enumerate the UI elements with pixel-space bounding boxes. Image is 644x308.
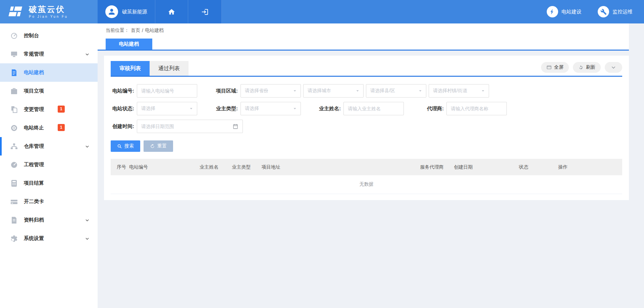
city-select[interactable]: 请选择城市 <box>303 84 364 98</box>
caret-down-icon <box>418 88 423 93</box>
fullscreen-icon <box>546 65 552 70</box>
refresh-label: 刷新 <box>586 64 595 70</box>
badge-count: 1 <box>58 106 65 113</box>
chevron-down-icon <box>611 65 616 70</box>
brand-logo: 破茧云伏 Po Jian Yun Fu <box>0 0 98 23</box>
search-button[interactable]: 搜索 <box>111 140 140 152</box>
refresh-icon <box>578 65 584 70</box>
station-no-input[interactable] <box>137 84 197 98</box>
nav-monitor-ops[interactable]: 监控运维 <box>598 6 633 17</box>
user-menu[interactable]: 破茧新能源 <box>98 0 155 23</box>
sidebar-item-label: 仓库管理 <box>24 143 44 149</box>
breadcrumb-current: 电站建档 <box>145 27 164 34</box>
owner-name-input[interactable] <box>343 102 404 115</box>
caret-down-icon <box>292 106 297 111</box>
col-station-no: 电站编号 <box>129 159 200 175</box>
badge-count: 1 <box>58 124 65 131</box>
sidebar-item-label: 控制台 <box>24 33 39 39</box>
col-created-date: 创建日期 <box>454 159 519 175</box>
refresh-button[interactable]: 刷新 <box>573 62 601 73</box>
reset-button[interactable]: 重置 <box>144 140 173 152</box>
owner-type-label: 业主类型: <box>214 106 238 112</box>
col-owner-name: 业主姓名 <box>200 159 232 175</box>
sidebar-item-project-initiation[interactable]: 项目立项 <box>0 82 98 100</box>
user-avatar-icon <box>105 5 118 18</box>
sidebar: 控制台 常规管理 电站建档 项目立项 变更管理 1 电站终止 1 仓库管理 <box>0 23 98 308</box>
station-status-select[interactable]: 请选择 <box>137 102 197 115</box>
sidebar-item-warehouse[interactable]: 仓库管理 <box>0 137 98 156</box>
empty-row: 无数据 <box>111 175 622 194</box>
home-button[interactable] <box>155 0 188 23</box>
col-actions: 操作 <box>558 159 622 175</box>
sidebar-item-station-termination[interactable]: 电站终止 1 <box>0 119 98 137</box>
date-range-picker[interactable] <box>137 120 243 133</box>
sidebar-item-class2-card[interactable]: 开二类卡 <box>0 192 98 211</box>
caret-down-icon <box>481 88 485 93</box>
dashboard-icon <box>10 32 18 40</box>
home-icon <box>168 8 175 16</box>
province-select[interactable]: 请选择省份 <box>240 84 301 98</box>
sidebar-item-settlement[interactable]: 项目结算 <box>0 174 98 192</box>
sitemap-icon <box>10 142 18 150</box>
card-icon <box>10 198 18 206</box>
filter-form: 电站编号: 项目区域: 请选择省份 请选择城市 请选择县/区 <box>111 77 622 152</box>
chevron-down-icon <box>85 236 90 241</box>
top-strip: 当前位置： 首页 / 电站建档 电站建档 <box>98 23 629 51</box>
chevron-down-icon <box>85 144 90 149</box>
briefcase-icon <box>10 87 18 95</box>
col-service-agent: 服务代理商 <box>420 159 454 175</box>
agent-input[interactable] <box>446 102 507 115</box>
lightning-icon <box>547 6 558 17</box>
fullscreen-button[interactable]: 全屏 <box>541 62 569 73</box>
sidebar-item-label: 变更管理 <box>24 106 44 113</box>
monitor-icon <box>10 50 18 58</box>
sidebar-item-console[interactable]: 控制台 <box>0 26 98 45</box>
breadcrumb-prefix: 当前位置： <box>106 27 129 34</box>
chevron-down-icon <box>85 52 90 57</box>
stop-circle-icon <box>10 124 18 132</box>
sidebar-item-change-mgmt[interactable]: 变更管理 1 <box>0 100 98 119</box>
document-icon <box>10 69 18 77</box>
station-no-label: 电站编号: <box>111 88 134 94</box>
page-tab-station-filing[interactable]: 电站建档 <box>106 39 152 50</box>
panel-tabbar: 审核列表 通过列表 全屏 刷新 <box>111 61 622 77</box>
chevron-down-icon <box>85 218 90 223</box>
archive-icon <box>10 216 18 224</box>
station-status-label: 电站状态: <box>111 106 134 112</box>
search-label: 搜索 <box>124 143 134 149</box>
header-right: 电站建设 监控运维 <box>222 0 644 23</box>
nav-station-build-label: 电站建设 <box>561 9 582 15</box>
sidebar-item-label: 电站终止 <box>24 125 44 131</box>
sidebar-item-label: 项目立项 <box>24 88 44 94</box>
tab-review-list[interactable]: 审核列表 <box>111 61 150 76</box>
owner-name-label: 业主姓名: <box>317 106 341 112</box>
table-header-row: 序号 电站编号 业主姓名 业主类型 项目地址 服务代理商 创建日期 状态 操作 <box>111 159 622 175</box>
col-status: 状态 <box>519 159 558 175</box>
sidebar-item-general[interactable]: 常规管理 <box>0 45 98 63</box>
date-range-input[interactable] <box>141 124 232 129</box>
main-content: 当前位置： 首页 / 电站建档 电站建档 审核列表 通过列表 全屏 <box>98 23 644 308</box>
sidebar-item-label: 电站建档 <box>24 69 44 76</box>
sidebar-item-station-filing[interactable]: 电站建档 <box>0 63 98 82</box>
caret-down-icon <box>292 88 297 93</box>
breadcrumb-separator: / <box>142 28 143 33</box>
nav-station-build[interactable]: 电站建设 <box>547 6 582 17</box>
breadcrumb-home-link[interactable]: 首页 <box>131 27 140 34</box>
owner-type-select[interactable]: 请选择 <box>240 102 301 115</box>
county-select[interactable]: 请选择县/区 <box>366 84 426 98</box>
header-active-sections: 破茧新能源 <box>98 0 222 23</box>
sidebar-item-settings[interactable]: 系统设置 <box>0 229 98 248</box>
tab-passed-list[interactable]: 通过列表 <box>150 61 189 76</box>
region-label: 项目区域: <box>214 88 238 94</box>
reset-icon <box>150 144 155 149</box>
sidebar-item-label: 工程管理 <box>24 162 44 168</box>
village-select[interactable]: 请选择村镇/街道 <box>429 84 489 98</box>
sidebar-item-engineering[interactable]: 工程管理 <box>0 156 98 174</box>
col-project-address: 项目地址 <box>262 159 420 175</box>
sidebar-item-archives[interactable]: 资料归档 <box>0 211 98 229</box>
col-owner-type: 业主类型 <box>232 159 261 175</box>
reset-label: 重置 <box>157 143 167 149</box>
breadcrumb: 当前位置： 首页 / 电站建档 <box>106 23 629 37</box>
login-button[interactable] <box>188 0 222 23</box>
collapse-button[interactable] <box>605 62 622 73</box>
